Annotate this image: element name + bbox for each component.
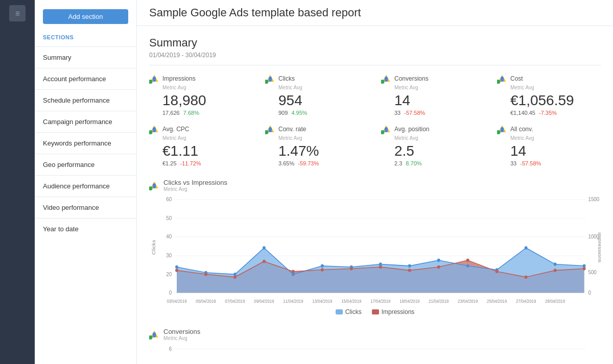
- metric-value: 18,980: [162, 92, 253, 109]
- google-ads-icon: [149, 74, 159, 84]
- metric-card-7: All conv. Metric Avg 14 33 -57.58%: [497, 124, 601, 166]
- svg-point-62: [175, 269, 178, 272]
- chart1-subtitle: Metric Avg: [163, 186, 227, 192]
- svg-point-76: [583, 267, 586, 271]
- metric-label-row: Avg. CPC: [149, 124, 253, 134]
- svg-text:50: 50: [166, 215, 172, 221]
- metric-label-row: Conv. rate: [265, 124, 369, 134]
- metric-comparison: €1.25 -11.72%: [162, 160, 253, 166]
- svg-text:0: 0: [588, 289, 591, 296]
- metric-pct: -59.73%: [298, 160, 319, 166]
- svg-point-74: [525, 276, 528, 279]
- metric-prev: €1,140.45: [510, 110, 535, 116]
- chart-header: Clicks vs Impressions Metric Avg: [149, 179, 601, 192]
- svg-point-59: [525, 246, 528, 250]
- metric-subtitle: Metric Avg: [162, 135, 253, 141]
- sidebar-item-audience-performance[interactable]: Audience performance: [35, 178, 136, 195]
- svg-point-60: [554, 262, 557, 266]
- sidebar-item-year-to-date[interactable]: Year to date: [35, 221, 136, 237]
- svg-text:09/04/2019: 09/04/2019: [254, 299, 274, 304]
- svg-marker-46: [177, 248, 584, 293]
- sidebar-item-campaign-performance[interactable]: Campaign performance: [35, 113, 136, 130]
- svg-point-66: [292, 270, 295, 274]
- sidebar-item-keywords-performance[interactable]: Keywords performance: [35, 135, 136, 152]
- legend-impressions-color: [372, 309, 379, 314]
- metric-name: Impressions: [162, 75, 196, 82]
- divider: [35, 89, 136, 90]
- metric-pct: -57.58%: [520, 160, 541, 166]
- svg-rect-26: [153, 183, 156, 188]
- metric-prev: 17,626: [162, 110, 180, 116]
- metric-subtitle: Metric Avg: [162, 85, 253, 90]
- svg-point-57: [466, 264, 469, 268]
- sidebar-item-geo-performance[interactable]: Geo performance: [35, 156, 136, 173]
- svg-point-71: [437, 265, 440, 269]
- metric-card-0: Impressions Metric Avg 18,980 17,626 7.6…: [149, 74, 253, 116]
- sidebar-item-schedule-performance[interactable]: Schedule performance: [35, 92, 136, 109]
- sidebar-toggle-icon[interactable]: ☰: [9, 5, 26, 21]
- sections-panel: Add section SECTIONS Summary Account per…: [35, 0, 137, 364]
- metric-name: Cost: [510, 75, 523, 82]
- svg-text:27/04/2019: 27/04/2019: [516, 299, 536, 304]
- metric-subtitle: Metric Avg: [278, 135, 369, 141]
- metric-comparison: 909 4.95%: [278, 110, 369, 116]
- svg-rect-23: [501, 127, 504, 132]
- metric-name: Avg. CPC: [162, 126, 189, 133]
- svg-text:13/04/2019: 13/04/2019: [312, 299, 333, 304]
- svg-text:Impressions: Impressions: [597, 232, 601, 262]
- metric-pct: 8.70%: [406, 160, 421, 166]
- svg-rect-14: [153, 127, 156, 132]
- metric-name: Avg. position: [394, 126, 430, 133]
- content-body: Summary 01/04/2019 - 30/04/2019 Impressi…: [137, 26, 613, 364]
- google-ads-icon: [497, 74, 507, 84]
- metric-prev: 33: [510, 160, 516, 166]
- svg-point-47: [175, 265, 178, 269]
- sidebar-item-account-performance[interactable]: Account performance: [35, 70, 136, 87]
- svg-text:21/04/2019: 21/04/2019: [429, 299, 449, 304]
- svg-text:Clicks: Clicks: [151, 240, 156, 255]
- metric-card-1: Clicks Metric Avg 954 909 4.95%: [265, 74, 369, 116]
- metric-prev: 33: [394, 110, 400, 116]
- add-section-button[interactable]: Add section: [43, 9, 128, 24]
- metric-prev: 909: [278, 110, 288, 116]
- metric-label-row: All conv.: [497, 124, 601, 134]
- metric-label-row: Cost: [497, 74, 601, 84]
- svg-text:500: 500: [588, 270, 597, 276]
- svg-point-75: [554, 269, 557, 272]
- svg-point-64: [233, 276, 237, 279]
- chart1-legend: Clicks Impressions: [149, 308, 601, 316]
- metric-subtitle: Metric Avg: [510, 135, 601, 141]
- metric-comparison: 33 -57.58%: [394, 110, 485, 116]
- date-range: 01/04/2019 - 30/04/2019: [149, 52, 601, 65]
- metric-label-row: Clicks: [265, 74, 369, 84]
- svg-point-50: [263, 246, 266, 250]
- metric-card-4: Avg. CPC Metric Avg €1.11 €1.25 -11.72%: [149, 124, 253, 166]
- divider: [35, 197, 136, 197]
- svg-text:11/04/2019: 11/04/2019: [283, 299, 303, 304]
- svg-text:05/04/2019: 05/04/2019: [196, 299, 216, 304]
- divider: [35, 111, 136, 111]
- svg-text:60: 60: [166, 197, 172, 203]
- divider: [35, 132, 136, 133]
- sections-header-label: SECTIONS: [35, 30, 136, 44]
- metric-prev: 3.65%: [278, 160, 294, 166]
- sidebar-item-video-performance[interactable]: Video performance: [35, 199, 136, 216]
- metric-prev: €1.25: [162, 160, 177, 166]
- main-content: Sample Google Ads template based report …: [137, 0, 613, 364]
- svg-text:40: 40: [166, 233, 172, 239]
- metric-name: Conv. rate: [278, 126, 306, 133]
- google-ads-icon: [381, 124, 391, 134]
- metric-name: All conv.: [510, 126, 533, 133]
- google-ads-icon-2: [149, 329, 159, 339]
- divider: [35, 68, 136, 68]
- metric-comparison: €1,140.45 -7.35%: [510, 110, 601, 116]
- svg-rect-20: [385, 127, 388, 132]
- conversions-bar-chart: 6 4 2: [149, 343, 601, 364]
- divider: [35, 175, 136, 176]
- metric-name: Clicks: [278, 75, 295, 82]
- svg-rect-17: [269, 127, 272, 132]
- svg-point-70: [408, 269, 411, 272]
- sidebar-item-summary[interactable]: Summary: [35, 49, 136, 66]
- svg-text:6: 6: [169, 345, 172, 352]
- metric-card-5: Conv. rate Metric Avg 1.47% 3.65% -59.73…: [265, 124, 369, 166]
